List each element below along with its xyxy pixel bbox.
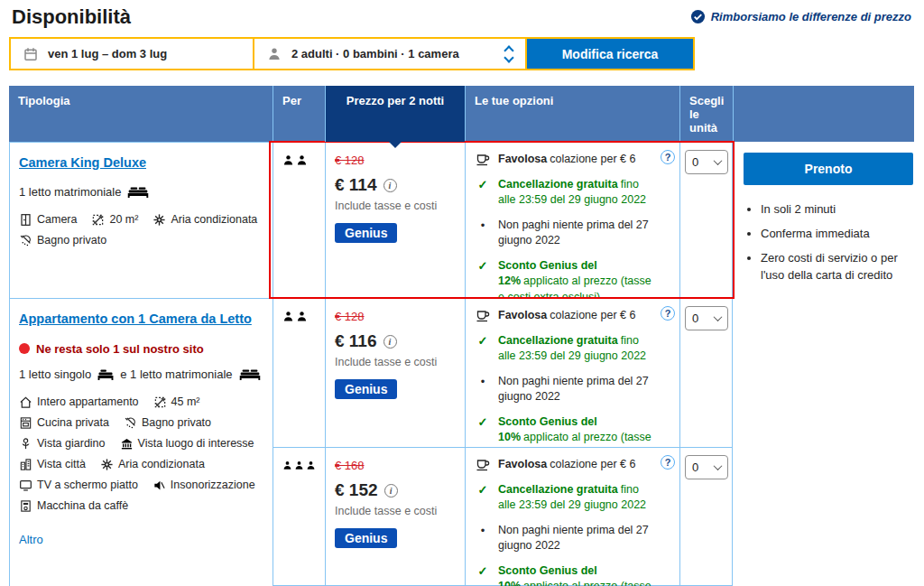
genius-badge: Genius: [335, 379, 397, 399]
info-circle-icon[interactable]: i: [383, 335, 397, 349]
option-no-prepayment: • Non paghi niente prima del 27 giugno 2…: [475, 523, 656, 554]
dimensions-icon: [91, 213, 105, 227]
coffee-cup-icon: [476, 458, 491, 471]
garden-icon: [19, 437, 32, 451]
room-link-apartment[interactable]: Appartamento con 1 Camera da Letto: [19, 311, 252, 328]
modify-search-button[interactable]: Modifica ricerca: [525, 37, 695, 70]
option-breakfast: Favolosacolazione per € 6: [475, 457, 656, 473]
soundproof-icon: [152, 479, 166, 492]
options-cell: ? Favolosacolazione per € 6 ✓ Cancellazi…: [465, 298, 679, 447]
shower-icon: [19, 234, 32, 247]
amenity-item: Vista giardino: [19, 437, 106, 451]
option-breakfast: Favolosacolazione per € 6: [475, 152, 656, 168]
calendar-icon: [23, 47, 38, 61]
booking-benefits-list: In soli 2 minuti Conferma immediata Zero…: [761, 201, 923, 284]
bullet-icon: •: [475, 374, 491, 405]
person-icon: [282, 311, 294, 322]
coffee-cup-icon: [476, 153, 491, 166]
apartment-icon: [19, 395, 32, 409]
more-link[interactable]: Altro: [19, 533, 43, 546]
city-icon: [19, 458, 32, 471]
kitchen-icon: [19, 416, 32, 430]
amenity-item: Vista luogo di interesse: [120, 437, 254, 451]
check-icon: ✓: [475, 563, 491, 586]
amenity-item: Bagno privato: [19, 234, 106, 247]
amenity-item: Aria condizionata: [100, 458, 205, 471]
air-conditioning-icon: [152, 213, 166, 227]
column-header-opzioni: Le tue opzioni: [465, 86, 679, 142]
question-circle-icon[interactable]: ?: [661, 306, 675, 321]
double-bed-icon: [238, 367, 262, 381]
occupancy-field[interactable]: 2 adulti · 0 bambini · 1 camera: [253, 37, 527, 70]
price-cell: € 168 € 152 i Include tasse e costi Geni…: [325, 447, 465, 586]
genius-badge: Genius: [335, 528, 397, 548]
options-cell: ? Favolosacolazione per € 6 ✓ Cancellazi…: [465, 142, 679, 298]
column-header-prezzo[interactable]: Prezzo per 2 notti: [325, 86, 465, 142]
question-circle-icon[interactable]: ?: [661, 150, 675, 164]
person-icon: [282, 460, 292, 471]
double-bed-icon: [126, 185, 150, 199]
room-link-king-deluxe[interactable]: Camera King Deluxe: [19, 154, 146, 172]
units-select[interactable]: 0: [685, 306, 728, 330]
landmark-icon: [120, 437, 134, 451]
option-no-prepayment: • Non paghi niente prima del 27 giugno 2…: [475, 374, 656, 405]
amenity-item: Cucina privata: [19, 416, 109, 430]
price-note: Include tasse e costi: [335, 200, 456, 212]
info-circle-icon[interactable]: i: [384, 484, 398, 498]
column-header-blank: [733, 86, 914, 142]
availability-table: Tipologia Per Prezzo per 2 notti Le tue …: [9, 86, 914, 586]
price-match-note: Rimborsiamo le differenze di prezzo: [690, 9, 911, 24]
price-cell: € 128 € 114 i Include tasse e costi Geni…: [325, 142, 465, 298]
person-icon: [294, 460, 304, 471]
chevron-down-icon: [714, 156, 723, 165]
amenity-item: Camera: [19, 213, 77, 227]
question-circle-icon[interactable]: ?: [661, 455, 675, 470]
bed-text: e 1 letto matrimoniale: [120, 367, 232, 381]
beds-line: 1 letto matrimoniale: [19, 185, 263, 199]
room-cell-king-deluxe: Camera King Deluxe 1 letto matrimoniale …: [9, 142, 273, 298]
option-genius-discount: ✓ Sconto Genius del 10%applicato al prez…: [475, 563, 656, 586]
check-icon: ✓: [475, 482, 491, 514]
price-note: Include tasse e costi: [335, 505, 456, 517]
check-icon: ✓: [475, 333, 491, 365]
chevron-down-icon: [714, 461, 723, 470]
units-select[interactable]: 0: [685, 150, 728, 174]
units-cell: 0: [679, 142, 733, 298]
dimensions-icon: [153, 395, 167, 409]
option-free-cancellation: ✓ Cancellazione gratuitafino alle 23:59 …: [475, 333, 656, 365]
old-price: € 128: [335, 153, 365, 167]
column-header-scegli: Scegli le unità: [679, 86, 733, 142]
person-icon: [282, 154, 294, 166]
current-price: € 116: [335, 331, 377, 351]
occupancy-cell: [273, 298, 325, 447]
single-bed-icon: [97, 367, 115, 381]
person-icon: [296, 154, 308, 166]
option-free-cancellation: ✓ Cancellazione gratuitafino alle 23:59 …: [475, 482, 656, 514]
scarcity-note: Ne resta solo 1 sul nostro sito: [19, 342, 263, 356]
check-badge-icon: [690, 9, 706, 24]
amenity-item: Intero appartamento: [19, 395, 139, 409]
info-circle-icon[interactable]: i: [383, 179, 397, 192]
occupancy-cell: [273, 447, 325, 586]
amenity-item: TV a schermo piatto: [19, 479, 138, 492]
units-cell: 0: [679, 447, 733, 586]
page-title: Disponibilità: [12, 5, 131, 29]
tv-icon: [19, 479, 32, 492]
column-header-tipologia: Tipologia: [9, 86, 273, 142]
room-cell-apartment: Appartamento con 1 Camera da Letto Ne re…: [9, 298, 273, 586]
amenity-item: 20 m²: [91, 213, 138, 227]
benefit-item: Conferma immediata: [761, 226, 923, 242]
price-cell: € 128 € 116 i Include tasse e costi Geni…: [325, 298, 465, 447]
shower-icon: [124, 416, 137, 430]
date-range-field[interactable]: ven 1 lug – dom 3 lug: [9, 37, 254, 70]
options-cell: ? Favolosacolazione per € 6 ✓ Cancellazi…: [465, 447, 679, 586]
amenity-item: 45 m²: [153, 395, 200, 409]
units-cell: 0: [679, 298, 733, 447]
current-price: € 114: [335, 175, 377, 195]
benefit-item: Zero costi di servizio o per l'uso della…: [761, 250, 923, 283]
bed-text: 1 letto matrimoniale: [19, 185, 121, 199]
chevron-down-icon: [714, 312, 723, 321]
units-select[interactable]: 0: [685, 455, 728, 479]
book-button[interactable]: Prenoto: [744, 153, 913, 185]
beds-line: 1 letto singolo e 1 letto matrimoniale: [19, 367, 263, 381]
